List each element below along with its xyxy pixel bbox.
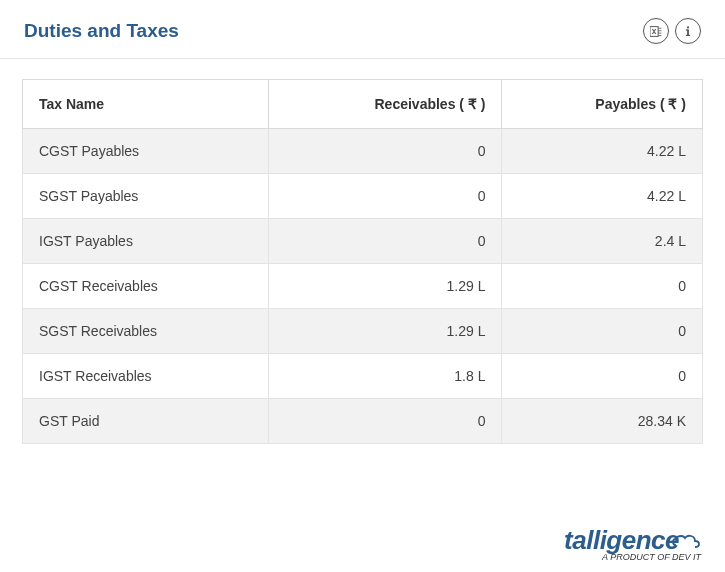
cell-tax_name: SGST Payables bbox=[23, 174, 269, 219]
col-receivables: Receivables ( ₹ ) bbox=[269, 80, 502, 129]
table-row: GST Paid028.34 K bbox=[23, 399, 703, 444]
cell-payables: 4.22 L bbox=[502, 129, 703, 174]
table-row: SGST Payables04.22 L bbox=[23, 174, 703, 219]
table-row: IGST Receivables1.8 L0 bbox=[23, 354, 703, 399]
table-row: SGST Receivables1.29 L0 bbox=[23, 309, 703, 354]
cell-payables: 4.22 L bbox=[502, 174, 703, 219]
cell-tax_name: CGST Payables bbox=[23, 129, 269, 174]
cell-receivables: 0 bbox=[269, 219, 502, 264]
footer: talligence A PRODUCT OF DEV IT bbox=[564, 525, 701, 562]
page-title: Duties and Taxes bbox=[24, 20, 179, 42]
cell-payables: 28.34 K bbox=[502, 399, 703, 444]
table-row: CGST Receivables1.29 L0 bbox=[23, 264, 703, 309]
cell-receivables: 0 bbox=[269, 399, 502, 444]
info-icon bbox=[682, 25, 694, 37]
cell-receivables: 1.29 L bbox=[269, 264, 502, 309]
header: Duties and Taxes bbox=[0, 0, 725, 58]
cell-tax_name: SGST Receivables bbox=[23, 309, 269, 354]
cell-payables: 0 bbox=[502, 354, 703, 399]
svg-rect-8 bbox=[686, 30, 688, 31]
duties-taxes-table: Tax Name Receivables ( ₹ ) Payables ( ₹ … bbox=[22, 79, 703, 444]
cell-payables: 0 bbox=[502, 264, 703, 309]
excel-icon bbox=[650, 25, 663, 38]
cell-receivables: 1.8 L bbox=[269, 354, 502, 399]
table-row: CGST Payables04.22 L bbox=[23, 129, 703, 174]
divider bbox=[0, 58, 725, 59]
action-bar bbox=[643, 18, 701, 44]
cell-tax_name: IGST Payables bbox=[23, 219, 269, 264]
cell-tax_name: IGST Receivables bbox=[23, 354, 269, 399]
col-tax-name: Tax Name bbox=[23, 80, 269, 129]
svg-point-5 bbox=[687, 26, 689, 28]
table-row: IGST Payables02.4 L bbox=[23, 219, 703, 264]
cell-payables: 0 bbox=[502, 309, 703, 354]
cell-tax_name: GST Paid bbox=[23, 399, 269, 444]
cell-payables: 2.4 L bbox=[502, 219, 703, 264]
table-header-row: Tax Name Receivables ( ₹ ) Payables ( ₹ … bbox=[23, 80, 703, 129]
brand-logo: talligence bbox=[564, 525, 701, 556]
cloud-icon bbox=[671, 525, 701, 556]
cell-receivables: 1.29 L bbox=[269, 309, 502, 354]
brand-name: talligence bbox=[564, 525, 679, 555]
export-excel-button[interactable] bbox=[643, 18, 669, 44]
cell-receivables: 0 bbox=[269, 129, 502, 174]
info-button[interactable] bbox=[675, 18, 701, 44]
cell-receivables: 0 bbox=[269, 174, 502, 219]
col-payables: Payables ( ₹ ) bbox=[502, 80, 703, 129]
cell-tax_name: CGST Receivables bbox=[23, 264, 269, 309]
svg-rect-7 bbox=[686, 35, 690, 36]
table-container: Tax Name Receivables ( ₹ ) Payables ( ₹ … bbox=[0, 79, 725, 444]
